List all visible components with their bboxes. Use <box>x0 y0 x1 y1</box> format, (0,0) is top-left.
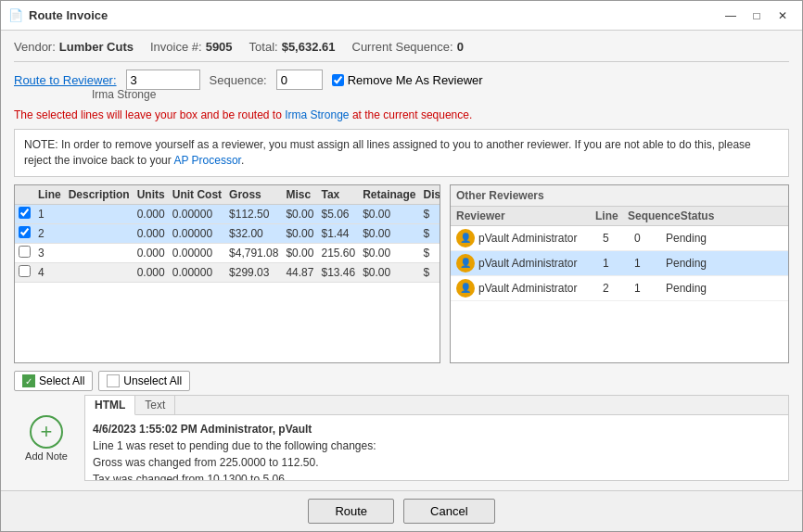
reviewer-sequence: 1 <box>634 257 662 270</box>
main-content: Vendor: Lumber Cuts Invoice #: 5905 Tota… <box>1 31 802 490</box>
invoice-value: 5905 <box>206 40 233 54</box>
route-to-reviewer-link[interactable]: Route to Reviewer: <box>14 73 117 87</box>
select-all-icon: ✓ <box>22 374 35 387</box>
row-tax: $5.06 <box>317 204 359 223</box>
total-value: $5,632.61 <box>282 40 336 54</box>
remove-reviewer-checkbox-label[interactable]: Remove Me As Reviewer <box>332 73 483 87</box>
notes-content: 4/6/2023 1:55:02 PM Administrator, pVaul… <box>85 415 788 480</box>
reviewer-avatar: 👤 <box>456 279 475 298</box>
reviewer-line: 1 <box>603 257 631 270</box>
col-retainage: Retainage <box>359 185 419 205</box>
row-check[interactable] <box>15 262 34 282</box>
row-check[interactable] <box>15 204 34 223</box>
row-unit-cost: 0.00000 <box>169 243 225 262</box>
lines-table-scroll[interactable]: Line Description Units Unit Cost Gross M… <box>15 185 440 362</box>
row-unit-cost: 0.00000 <box>169 204 225 223</box>
col-line: Line <box>34 185 65 205</box>
col-status: Status <box>681 209 783 222</box>
row-line: 3 <box>34 243 65 262</box>
invoice-label: Invoice #: <box>150 40 202 54</box>
window-title: Route Invoice <box>29 8 719 22</box>
row-retainage: $0.00 <box>359 243 419 262</box>
reviewer-line: 5 <box>603 232 631 245</box>
row-desc <box>65 204 134 223</box>
select-all-button[interactable]: ✓ Select All <box>14 371 93 391</box>
reviewer-line: 2 <box>603 282 631 295</box>
notes-right: HTML Text 4/6/2023 1:55:02 PM Administra… <box>84 395 789 481</box>
route-row: Route to Reviewer: Sequence: Remove Me A… <box>14 70 789 90</box>
reviewer-sequence: 0 <box>634 232 662 245</box>
lines-table-container: Line Description Units Unit Cost Gross M… <box>14 184 440 363</box>
row-tax: $13.46 <box>317 262 359 282</box>
row-retainage: $0.00 <box>359 262 419 282</box>
row-gross: $299.03 <box>225 262 282 282</box>
footer: Route Cancel <box>1 490 802 531</box>
unselect-all-button[interactable]: Unselect All <box>98 371 190 391</box>
row-check[interactable] <box>15 243 34 262</box>
row-misc: $0.00 <box>282 223 317 243</box>
current-sequence-label: Current Sequence: <box>352 40 453 54</box>
invoice-info-row: Vendor: Lumber Cuts Invoice #: 5905 Tota… <box>14 40 789 62</box>
row-check[interactable] <box>15 223 34 243</box>
col-disc: Disc <box>420 185 440 205</box>
add-note-button[interactable]: + Add Note <box>25 415 68 462</box>
table-row: 4 0.000 0.00000 $299.03 44.87 $13.46 $0.… <box>15 262 440 282</box>
reviewer-status: Pending <box>666 257 783 270</box>
notes-with-add: + Add Note HTML Text 4/6/2023 1:55:02 PM… <box>14 395 789 481</box>
lines-table-header: Line Description Units Unit Cost Gross M… <box>15 185 440 205</box>
tables-row: Line Description Units Unit Cost Gross M… <box>14 184 789 363</box>
cancel-button[interactable]: Cancel <box>403 499 494 524</box>
close-button[interactable]: ✕ <box>771 6 795 26</box>
row-desc <box>65 243 134 262</box>
warning-highlighted-name: Irma Stronge <box>285 108 349 121</box>
unselect-all-label: Unselect All <box>123 374 182 387</box>
warning-text: The selected lines will leave your box a… <box>14 108 789 121</box>
reviewer-avatar: 👤 <box>456 254 475 272</box>
route-to-input[interactable] <box>126 70 200 90</box>
col-sequence: Sequence <box>628 209 681 222</box>
minimize-button[interactable]: — <box>719 6 743 26</box>
bottom-controls: ✓ Select All Unselect All + Add Note <box>14 371 789 481</box>
tab-text[interactable]: Text <box>135 396 175 414</box>
reviewer-row: 👤 pVault Administrator 5 0 Pending <box>451 226 788 251</box>
row-unit-cost: 0.00000 <box>169 262 225 282</box>
reviewer-sequence: 1 <box>634 282 662 295</box>
unselect-all-icon <box>107 374 120 387</box>
selected-reviewer-name: Irma Stronge <box>92 88 789 101</box>
col-units: Units <box>134 185 169 205</box>
vendor-label: Vendor: <box>14 40 56 54</box>
sequence-label: Sequence: <box>210 73 267 87</box>
col-reviewer: Reviewer <box>456 209 595 222</box>
notes-section: HTML Text 4/6/2023 1:55:02 PM Administra… <box>84 395 789 481</box>
current-sequence-info: Current Sequence: 0 <box>352 40 464 54</box>
route-button[interactable]: Route <box>308 499 394 524</box>
maximize-button[interactable]: □ <box>745 6 769 26</box>
remove-reviewer-checkbox[interactable] <box>332 74 344 86</box>
other-reviewers-scroll[interactable]: 👤 pVault Administrator 5 0 Pending 👤 pVa… <box>451 226 788 362</box>
row-units: 0.000 <box>134 262 169 282</box>
note-line2: Line 1 was reset to pending due to the f… <box>93 437 781 454</box>
row-retainage: $0.00 <box>359 204 419 223</box>
add-note-label: Add Note <box>25 450 68 462</box>
sequence-input[interactable] <box>276 70 323 90</box>
invoice-info: Invoice #: 5905 <box>150 40 233 54</box>
reviewer-status: Pending <box>666 282 783 295</box>
row-tax: $1.44 <box>317 223 359 243</box>
warning-text-before: The selected lines will leave your box a… <box>14 108 285 121</box>
window-controls: — □ ✕ <box>719 6 795 26</box>
row-gross: $112.50 <box>225 204 282 223</box>
tab-html[interactable]: HTML <box>85 396 135 415</box>
row-disc: $ <box>420 223 440 243</box>
row-retainage: $0.00 <box>359 223 419 243</box>
lines-table: Line Description Units Unit Cost Gross M… <box>15 185 440 283</box>
reviewer-name: pVault Administrator <box>478 282 599 295</box>
row-line: 2 <box>34 223 65 243</box>
vendor-info: Vendor: Lumber Cuts <box>14 40 134 54</box>
row-units: 0.000 <box>134 243 169 262</box>
row-tax: 215.60 <box>317 243 359 262</box>
select-all-label: Select All <box>39 374 84 387</box>
table-row: 1 0.000 0.00000 $112.50 $0.00 $5.06 $0.0… <box>15 204 440 223</box>
row-disc: $ <box>420 262 440 282</box>
reviewer-status: Pending <box>666 232 783 245</box>
route-invoice-window: 📄 Route Invoice — □ ✕ Vendor: Lumber Cut… <box>0 0 803 532</box>
